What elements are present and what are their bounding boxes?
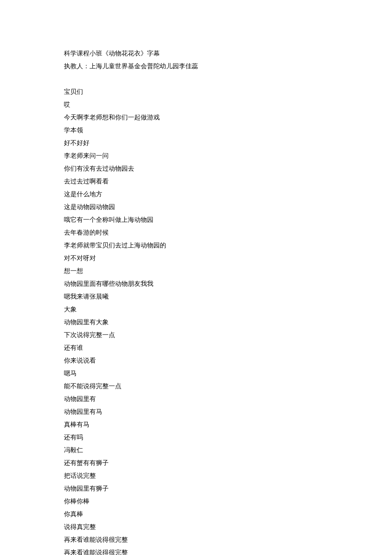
transcript-line: 动物园里有马 — [64, 405, 328, 418]
document-page: 科学课程小班《动物花花衣》字幕 执教人：上海儿童世界基金会普陀幼儿园李佳蕊 宝贝… — [0, 0, 392, 555]
transcript-line: 你来说说看 — [64, 354, 328, 367]
transcript-line: 这是什么地方 — [64, 188, 328, 200]
transcript-line: 今天啊李老师想和你们一起做游戏 — [64, 111, 328, 124]
blank-separator — [64, 73, 328, 85]
transcript-line: 动物园里有大象 — [64, 316, 328, 328]
transcript-line: 大象 — [64, 303, 328, 316]
transcript-line: 宝贝们 — [64, 85, 328, 98]
transcript-line: 说得真完整 — [64, 520, 328, 533]
transcript-line: 你们有没有去过动物园去 — [64, 162, 328, 175]
transcript-line: 哎 — [64, 98, 328, 111]
instructor-line: 执教人：上海儿童世界基金会普陀幼儿园李佳蕊 — [64, 60, 328, 73]
transcript-line: 嗯马 — [64, 367, 328, 380]
transcript-line: 你真棒 — [64, 508, 328, 520]
transcript-line: 真棒有马 — [64, 418, 328, 431]
transcript-line: 对不对呀对 — [64, 252, 328, 264]
transcript-line: 去过去过啊看看 — [64, 175, 328, 188]
transcript-line: 把话说完整 — [64, 469, 328, 482]
transcript-line: 动物园里有 — [64, 392, 328, 405]
transcript-line: 哦它有一个全称叫做上海动物园 — [64, 213, 328, 226]
transcript-line: 动物园里面有哪些动物朋友我我 — [64, 277, 328, 290]
transcript-line: 这是动物园动物园 — [64, 200, 328, 213]
transcript-line: 嗯我来请张晨曦 — [64, 290, 328, 303]
transcript-line: 还有蟹有有狮子 — [64, 456, 328, 469]
transcript-line: 动物园里有狮子 — [64, 482, 328, 495]
transcript-line: 学本领 — [64, 124, 328, 137]
transcript-line: 能不能说得完整一点 — [64, 380, 328, 392]
transcript-line: 好不好好 — [64, 137, 328, 149]
transcript-line: 还有吗 — [64, 431, 328, 444]
transcript-line: 去年春游的时候 — [64, 226, 328, 239]
transcript-body: 宝贝们哎今天啊李老师想和你们一起做游戏学本领好不好好李老师来问一问你们有没有去过… — [64, 85, 328, 555]
transcript-line: 李老师就带宝贝们去过上海动物园的 — [64, 239, 328, 252]
transcript-line: 你棒你棒 — [64, 495, 328, 508]
transcript-line: 还有谁 — [64, 341, 328, 354]
transcript-line: 再来看谁能说得很完整 — [64, 546, 328, 555]
transcript-line: 想一想 — [64, 264, 328, 277]
transcript-line: 李老师来问一问 — [64, 149, 328, 162]
transcript-line: 下次说得完整一点 — [64, 328, 328, 341]
transcript-line: 冯毅仁 — [64, 444, 328, 456]
document-title: 科学课程小班《动物花花衣》字幕 — [64, 47, 328, 60]
transcript-line: 再来看谁能说得很完整 — [64, 533, 328, 546]
